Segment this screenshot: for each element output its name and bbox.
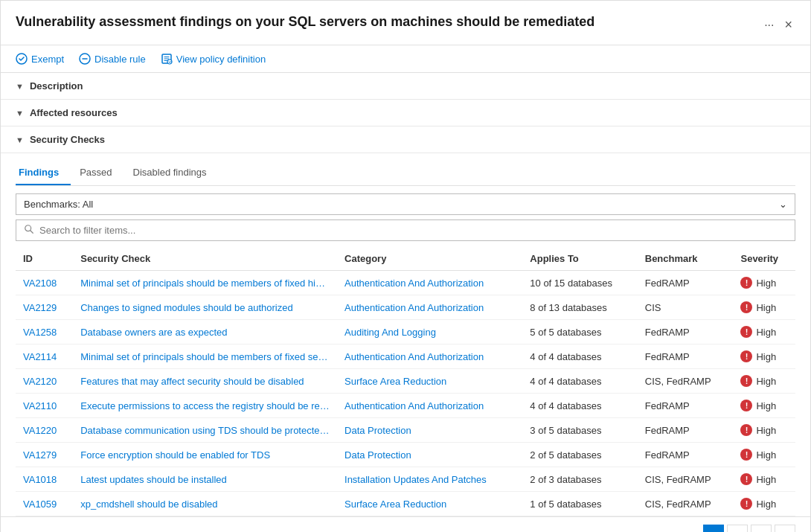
- cell-category[interactable]: Authentication And Authorization: [337, 394, 522, 418]
- col-header-security-check: Security Check: [73, 247, 337, 271]
- cell-id[interactable]: VA2129: [16, 295, 73, 320]
- description-chevron-icon: ▼: [16, 82, 24, 91]
- table-row[interactable]: VA2114 Minimal set of principals should …: [16, 344, 795, 369]
- table-row[interactable]: VA1220 Database communication using TDS …: [16, 418, 795, 443]
- cell-category[interactable]: Surface Area Reduction: [337, 492, 522, 516]
- table-row[interactable]: VA2108 Minimal set of principals should …: [16, 271, 795, 295]
- tab-passed[interactable]: Passed: [77, 161, 124, 185]
- cell-id[interactable]: VA1018: [16, 467, 73, 492]
- tab-findings[interactable]: Findings: [16, 161, 71, 185]
- cell-check[interactable]: xp_cmdshell should be disabled: [73, 492, 337, 516]
- cell-check[interactable]: Features that may affect security should…: [73, 369, 337, 394]
- cell-check[interactable]: Minimal set of principals should be memb…: [73, 271, 337, 295]
- cell-check[interactable]: Database owners are as expected: [73, 320, 337, 344]
- close-button[interactable]: ×: [781, 16, 795, 34]
- severity-high-icon: !: [740, 473, 752, 485]
- disable-icon: [79, 53, 91, 65]
- cell-category[interactable]: Authentication And Authorization: [337, 295, 522, 320]
- cell-id[interactable]: VA2110: [16, 394, 73, 418]
- cell-category[interactable]: Auditing And Logging: [337, 320, 522, 344]
- cell-check[interactable]: Execute permissions to access the regist…: [73, 394, 337, 418]
- table-row[interactable]: VA2110 Execute permissions to access the…: [16, 394, 795, 418]
- security-checks-section-header[interactable]: ▼ Security Checks: [1, 126, 810, 153]
- security-checks-section-title: Security Checks: [30, 134, 105, 145]
- cell-severity: ! High: [733, 295, 795, 320]
- cell-check[interactable]: Force encryption should be enabled for T…: [73, 443, 337, 467]
- search-input[interactable]: [39, 225, 787, 236]
- cell-severity: ! High: [733, 394, 795, 418]
- page-3-button[interactable]: 3: [751, 525, 772, 532]
- table-row[interactable]: VA2129 Changes to signed modules should …: [16, 295, 795, 320]
- cell-category[interactable]: Data Protection: [337, 443, 522, 467]
- affected-resources-section-header[interactable]: ▼ Affected resources: [1, 100, 810, 126]
- cell-category[interactable]: Installation Updates And Patches: [337, 467, 522, 492]
- cell-check[interactable]: Minimal set of principals should be memb…: [73, 344, 337, 369]
- toolbar: Exempt Disable rule View policy definiti…: [1, 45, 810, 73]
- cell-category[interactable]: Data Protection: [337, 418, 522, 443]
- view-policy-button[interactable]: View policy definition: [161, 53, 266, 65]
- cell-id[interactable]: VA2120: [16, 369, 73, 394]
- cell-check[interactable]: Latest updates should be installed: [73, 467, 337, 492]
- cell-category[interactable]: Authentication And Authorization: [337, 271, 522, 295]
- col-header-id: ID: [16, 247, 73, 271]
- page-title: Vulnerability assessment findings on you…: [16, 14, 760, 30]
- page-next-button[interactable]: ›: [775, 525, 795, 532]
- severity-label: High: [756, 302, 776, 313]
- severity-label: High: [756, 474, 776, 485]
- dialog-header: Vulnerability assessment findings on you…: [1, 1, 810, 45]
- exempt-button[interactable]: Exempt: [16, 53, 64, 65]
- cell-benchmark: CIS, FedRAMP: [638, 467, 734, 492]
- disable-rule-button[interactable]: Disable rule: [79, 53, 146, 65]
- tabs-row: Findings Passed Disabled findings: [16, 161, 795, 186]
- severity-high-icon: !: [740, 424, 752, 436]
- cell-check[interactable]: Database communication using TDS should …: [73, 418, 337, 443]
- svg-line-7: [31, 231, 33, 234]
- pagination: 1 2 3 ›: [1, 516, 810, 532]
- col-header-benchmark: Benchmark: [638, 247, 734, 271]
- cell-severity: ! High: [733, 369, 795, 394]
- table-row[interactable]: VA1258 Database owners are as expected A…: [16, 320, 795, 344]
- page-1-button[interactable]: 1: [703, 525, 724, 532]
- severity-high-icon: !: [740, 449, 752, 461]
- table-row[interactable]: VA1279 Force encryption should be enable…: [16, 443, 795, 467]
- cell-applies-to: 4 of 4 databases: [522, 344, 637, 369]
- cell-id[interactable]: VA1220: [16, 418, 73, 443]
- severity-high-icon: !: [740, 375, 752, 387]
- cell-severity: ! High: [733, 467, 795, 492]
- cell-applies-to: 2 of 3 databases: [522, 467, 637, 492]
- table-row[interactable]: VA1018 Latest updates should be installe…: [16, 467, 795, 492]
- cell-id[interactable]: VA2114: [16, 344, 73, 369]
- cell-applies-to: 4 of 4 databases: [522, 394, 637, 418]
- tab-disabled-findings[interactable]: Disabled findings: [130, 161, 219, 185]
- more-options-button[interactable]: ···: [760, 17, 778, 33]
- cell-benchmark: FedRAMP: [638, 271, 734, 295]
- description-section-header[interactable]: ▼ Description: [1, 73, 810, 100]
- cell-id[interactable]: VA2108: [16, 271, 73, 295]
- severity-high-icon: !: [740, 400, 752, 411]
- cell-applies-to: 3 of 5 databases: [522, 418, 637, 443]
- cell-id[interactable]: VA1279: [16, 443, 73, 467]
- table-header-row: ID Security Check Category Applies To Be…: [16, 247, 795, 271]
- cell-severity: ! High: [733, 271, 795, 295]
- page-2-button[interactable]: 2: [727, 525, 748, 532]
- severity-label: High: [756, 449, 776, 461]
- col-header-category: Category: [337, 247, 522, 271]
- severity-high-icon: !: [740, 277, 752, 289]
- cell-benchmark: FedRAMP: [638, 443, 734, 467]
- cell-category[interactable]: Authentication And Authorization: [337, 344, 522, 369]
- severity-label: High: [756, 327, 776, 338]
- table-row[interactable]: VA1059 xp_cmdshell should be disabled Su…: [16, 492, 795, 516]
- cell-applies-to: 2 of 5 databases: [522, 443, 637, 467]
- cell-category[interactable]: Surface Area Reduction: [337, 369, 522, 394]
- cell-id[interactable]: VA1059: [16, 492, 73, 516]
- cell-applies-to: 4 of 4 databases: [522, 369, 637, 394]
- cell-check[interactable]: Changes to signed modules should be auth…: [73, 295, 337, 320]
- cell-applies-to: 8 of 13 databases: [522, 295, 637, 320]
- benchmarks-dropdown[interactable]: Benchmarks: All ⌄: [16, 193, 795, 215]
- table-row[interactable]: VA2120 Features that may affect security…: [16, 369, 795, 394]
- cell-severity: ! High: [733, 320, 795, 344]
- search-icon: [24, 224, 34, 237]
- security-checks-content: Findings Passed Disabled findings Benchm…: [1, 161, 810, 516]
- cell-benchmark: CIS, FedRAMP: [638, 492, 734, 516]
- cell-id[interactable]: VA1258: [16, 320, 73, 344]
